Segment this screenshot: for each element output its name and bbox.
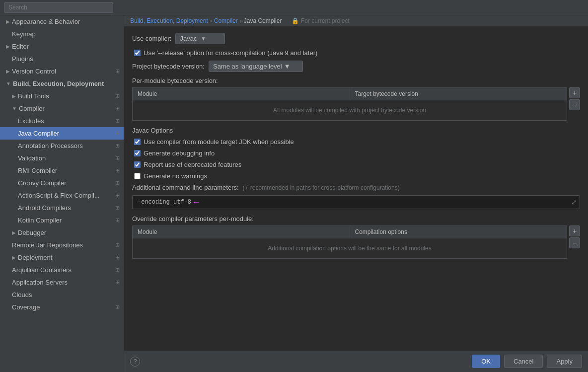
sidebar-item-excludes[interactable]: Excludes ⊞ (0, 115, 124, 127)
remove-override-button[interactable]: − (569, 237, 580, 248)
sidebar-item-label: Deployment (18, 254, 52, 261)
additional-params-label: Additional command line parameters: (132, 184, 239, 191)
add-module-button[interactable]: + (569, 87, 580, 98)
page-icon: ⊞ (115, 254, 120, 261)
sidebar-item-clouds[interactable]: Clouds (0, 289, 124, 301)
opt4-label: Generate no warnings (144, 172, 207, 180)
search-input[interactable] (4, 2, 113, 13)
page-icon: ⊞ (115, 68, 120, 74)
sidebar-item-build-tools[interactable]: ▶ Build Tools ⊞ (0, 90, 124, 102)
page-icon: ⊞ (115, 279, 120, 286)
sidebar-item-editor[interactable]: ▶ Editor (0, 40, 124, 53)
page-icon: ⊞ (115, 105, 120, 112)
sidebar-item-label: Kotlin Compiler (18, 217, 62, 224)
module-col: Module (133, 88, 350, 100)
sidebar-item-label: Appearance & Behavior (12, 18, 80, 25)
content-area: Build, Execution, Deployment › Compiler … (124, 15, 588, 372)
sidebar-item-label: Editor (12, 43, 29, 50)
cmd-params-row: Additional command line parameters: ('/'… (132, 184, 580, 191)
module-table-body: All modules will be compiled with projec… (133, 100, 567, 120)
opt2-label: Generate debugging info (144, 149, 215, 157)
opt3-checkbox[interactable] (134, 161, 141, 168)
release-option-row: Use '--release' option for cross-compila… (132, 49, 580, 57)
sidebar-item-label: Java Compiler (18, 130, 59, 137)
sidebar-item-coverage[interactable]: Coverage ⊞ (0, 301, 124, 313)
page-icon: ⊞ (115, 217, 120, 223)
bytecode-select[interactable]: Same as language level ▼ (209, 61, 303, 72)
page-icon: ⊞ (115, 304, 120, 310)
compiler-select[interactable]: Javac ▼ (175, 33, 225, 44)
arrow-icon: ▶ (6, 44, 10, 49)
sidebar-item-version-control[interactable]: ▶ Version Control ⊞ (0, 65, 124, 77)
page-icon: ⊞ (115, 155, 120, 161)
opt3-label: Report use of deprecated features (144, 161, 241, 168)
override-table-container: Module Compilation options Additional co… (132, 225, 580, 259)
bytecode-value: Same as language level (213, 63, 282, 70)
module-table: Module Target bytecode version All modul… (132, 87, 567, 121)
top-bar (0, 0, 588, 15)
help-button[interactable]: ? (130, 357, 140, 367)
sidebar-item-remote-jar[interactable]: Remote Jar Repositories ⊞ (0, 239, 124, 251)
apply-button[interactable]: Apply (547, 355, 582, 368)
remove-module-button[interactable]: − (569, 99, 580, 110)
page-icon: ⊞ (115, 205, 120, 211)
sidebar-item-groovy-compiler[interactable]: Groovy Compiler ⊞ (0, 177, 124, 189)
sidebar-item-kotlin-compiler[interactable]: Kotlin Compiler ⊞ (0, 214, 124, 226)
target-col: Target bytecode version (350, 88, 567, 100)
add-override-button[interactable]: + (569, 225, 580, 236)
sidebar: ▶ Appearance & Behavior Keymap ▶ Editor … (0, 15, 124, 372)
cmd-input[interactable] (132, 195, 580, 209)
breadcrumb-build[interactable]: Build, Execution, Deployment (130, 17, 208, 24)
cancel-button[interactable]: Cancel (504, 355, 543, 368)
breadcrumb-current: Java Compiler (244, 17, 282, 24)
sidebar-item-deployment[interactable]: ▶ Deployment ⊞ (0, 251, 124, 264)
sidebar-item-android-compilers[interactable]: Android Compilers ⊞ (0, 202, 124, 214)
sidebar-item-java-compiler[interactable]: Java Compiler ⊞ (0, 127, 124, 140)
opt4-checkbox[interactable] (134, 173, 141, 179)
opt1-checkbox[interactable] (134, 139, 141, 145)
sidebar-item-compiler[interactable]: ▼ Compiler ⊞ (0, 102, 124, 115)
sidebar-item-annotation-processors[interactable]: Annotation Processors ⊞ (0, 140, 124, 152)
page-icon: ⊞ (115, 192, 120, 199)
sidebar-item-plugins[interactable]: Plugins (0, 53, 124, 65)
arrow-icon: ▶ (12, 93, 16, 99)
sidebar-item-arquillian[interactable]: Arquillian Containers ⊞ (0, 264, 124, 276)
sidebar-item-build-exec[interactable]: ▼ Build, Execution, Deployment (0, 77, 124, 90)
sidebar-item-debugger[interactable]: ▶ Debugger (0, 226, 124, 239)
all-modules-msg: All modules will be compiled with projec… (273, 107, 426, 114)
main-container: ▶ Appearance & Behavior Keymap ▶ Editor … (0, 15, 588, 372)
sidebar-item-validation[interactable]: Validation ⊞ (0, 152, 124, 164)
arrow-icon: ▼ (12, 106, 17, 111)
page-icon: ⊞ (115, 267, 120, 273)
sidebar-item-label: Excludes (18, 117, 44, 125)
sidebar-item-rmi-compiler[interactable]: RMI Compiler ⊞ (0, 164, 124, 177)
expand-icon[interactable]: ⤢ (571, 198, 577, 206)
table-header: Module Target bytecode version (133, 88, 567, 100)
sidebar-item-label: Validation (18, 154, 46, 162)
opt1-label: Use compiler from module target JDK when… (144, 138, 294, 146)
sidebar-item-label: Groovy Compiler (18, 179, 67, 187)
per-module-label: Per-module bytecode version: (132, 77, 580, 84)
sidebar-item-label: Remote Jar Repositories (12, 241, 83, 249)
page-icon: ⊞ (115, 143, 120, 149)
breadcrumb: Build, Execution, Deployment › Compiler … (124, 15, 588, 27)
override-label: Override compiler parameters per-module: (132, 215, 580, 223)
sidebar-item-appearance[interactable]: ▶ Appearance & Behavior (0, 15, 124, 28)
use-compiler-row: Use compiler: Javac ▼ (132, 33, 580, 44)
opt2-checkbox[interactable] (134, 150, 141, 156)
project-bytecode-label: Project bytecode version: (132, 63, 205, 70)
module-col2: Module (133, 226, 350, 238)
page-icon: ⊞ (115, 242, 120, 248)
sidebar-item-application-servers[interactable]: Application Servers ⊞ (0, 276, 124, 289)
page-icon: ⊞ (115, 167, 120, 174)
release-option-checkbox[interactable] (134, 50, 141, 56)
page-icon: ⊞ (115, 130, 120, 137)
override-table: Module Compilation options Additional co… (132, 225, 567, 259)
opt3-row: Report use of deprecated features (132, 161, 580, 168)
override-table-buttons: + − (569, 225, 580, 248)
page-icon: ⊞ (115, 180, 120, 186)
sidebar-item-actionscript[interactable]: ActionScript & Flex Compil... ⊞ (0, 189, 124, 202)
sidebar-item-keymap[interactable]: Keymap (0, 28, 124, 40)
ok-button[interactable]: OK (472, 355, 500, 368)
breadcrumb-compiler[interactable]: Compiler (214, 17, 238, 24)
